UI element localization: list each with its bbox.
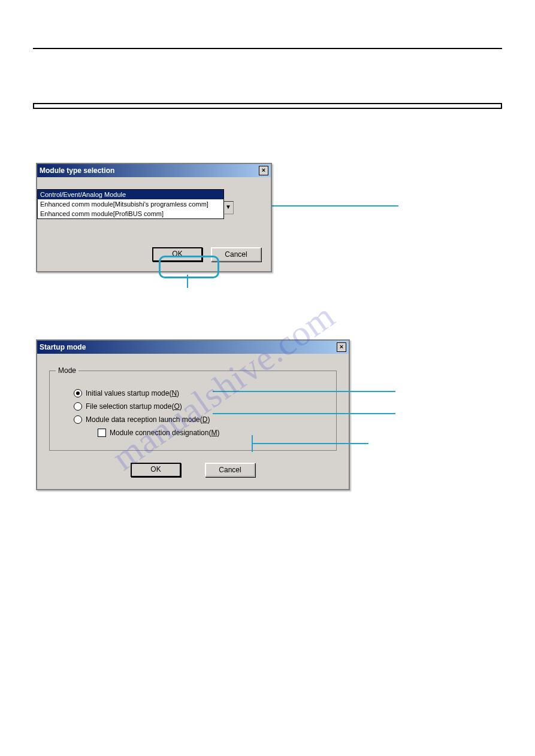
ok-button[interactable]: OK — [152, 247, 202, 262]
checkbox-label: Module connection designation(M) — [110, 429, 219, 437]
radio-icon — [74, 402, 82, 411]
callout-line — [213, 391, 395, 392]
radio-file-selection[interactable]: File selection startup mode(O) — [74, 402, 324, 411]
callout-line — [252, 443, 368, 444]
page-top-rule — [33, 48, 502, 49]
combo-option[interactable]: Control/Event/Analog Module — [38, 190, 223, 199]
dialog-startup-mode: Startup mode × Mode Initial values start… — [36, 339, 350, 490]
radio-icon — [74, 415, 82, 424]
radio-label: File selection startup mode(O) — [86, 402, 182, 411]
cancel-button[interactable]: Cancel — [205, 463, 255, 477]
annotation-tick — [187, 275, 188, 288]
radio-icon — [74, 389, 82, 397]
radio-label: Initial values startup mode(N) — [86, 389, 179, 397]
close-icon[interactable]: × — [337, 342, 346, 352]
dialog-title: Startup mode — [40, 343, 86, 351]
mode-groupbox: Mode Initial values startup mode(N) File… — [49, 371, 337, 451]
close-icon[interactable]: × — [259, 166, 268, 175]
radio-module-data-reception[interactable]: Module data reception launch mode(D) — [74, 415, 324, 424]
check-module-connection-designation[interactable]: Module connection designation(M) — [98, 429, 324, 437]
combo-option[interactable]: Enhanced comm module[ProfiBUS comm] — [38, 209, 223, 218]
titlebar: Module type selection × — [37, 164, 271, 177]
groupbox-legend: Mode — [56, 366, 78, 375]
dialog-module-type-selection: Module type selection × Control/Event/An… — [36, 163, 272, 272]
radio-label: Module data reception launch mode(D) — [86, 415, 210, 424]
cancel-button[interactable]: Cancel — [211, 247, 261, 262]
chevron-down-icon[interactable]: ▼ — [223, 202, 233, 214]
combo-option[interactable]: Enhanced comm module[Mitsubishi's progra… — [38, 199, 223, 209]
section-divider — [33, 103, 502, 109]
callout-line — [213, 413, 395, 414]
titlebar: Startup mode × — [37, 341, 349, 354]
dialog-title: Module type selection — [40, 166, 114, 175]
combo-dropdown-list[interactable]: Control/Event/Analog Module Enhanced com… — [37, 189, 224, 219]
checkbox-icon — [98, 429, 106, 437]
ok-button[interactable]: OK — [131, 463, 181, 477]
